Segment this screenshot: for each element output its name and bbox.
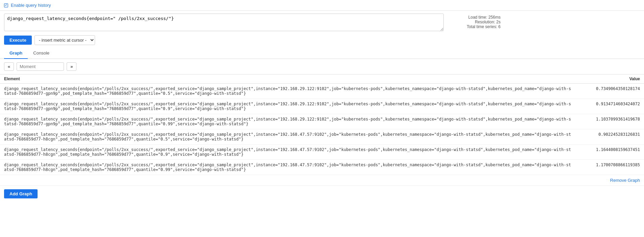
table-row: django_request_latency_seconds{endpoint=… (0, 99, 644, 114)
metric-cell: django_request_latency_seconds{endpoint=… (0, 84, 576, 99)
table-row: django_request_latency_seconds{endpoint=… (0, 160, 644, 175)
remove-graph-link[interactable]: Remove Graph (610, 178, 640, 183)
execute-button[interactable]: Execute (4, 36, 32, 45)
value-cell: 1.1700708866119385 (576, 160, 644, 175)
graph-controls: « » (0, 59, 644, 74)
total-time-series-value: 6 (498, 24, 501, 29)
checkbox-icon (4, 3, 8, 7)
add-graph-button[interactable]: Add Graph (4, 189, 38, 198)
top-bar: Enable query history (0, 0, 644, 11)
metric-cell: django_request_latency_seconds{endpoint=… (0, 114, 576, 129)
info-panel: Load time: 256ms Resolution: 2s Total ti… (446, 14, 501, 29)
metric-cell: django_request_latency_seconds{endpoint=… (0, 129, 576, 145)
query-input[interactable]: django_request_latency_seconds{endpoint=… (4, 14, 444, 31)
value-cell: 0.9134714603424072 (576, 99, 644, 114)
table-row: django_request_latency_seconds{endpoint=… (0, 129, 644, 145)
value-cell: 1.1037099361419678 (576, 114, 644, 129)
total-time-series-info: Total time series: 6 (446, 24, 501, 29)
load-time-info: Load time: 256ms (446, 15, 501, 20)
metric-cell: django_request_latency_seconds{endpoint=… (0, 99, 576, 114)
resolution-value: 2s (496, 20, 501, 24)
query-section: django_request_latency_seconds{endpoint=… (0, 11, 644, 34)
results-container: Element Value django_request_latency_sec… (0, 74, 644, 175)
enable-query-history-label: Enable query history (11, 3, 51, 8)
tab-console[interactable]: Console (28, 48, 55, 59)
value-cell: 1.1644008159637451 (576, 145, 644, 160)
footer-actions: Remove Graph (0, 175, 644, 186)
prev-button[interactable]: « (4, 62, 14, 71)
enable-query-history-link[interactable]: Enable query history (4, 3, 640, 8)
resolution-label: Resolution: (475, 20, 495, 24)
table-row: django_request_latency_seconds{endpoint=… (0, 84, 644, 99)
moment-input[interactable] (17, 62, 64, 71)
col-value: Value (576, 74, 644, 84)
total-time-series-label: Total time series: (467, 24, 497, 29)
tabs: Graph Console (0, 48, 644, 59)
toolbar: Execute - insert metric at cursor - (0, 34, 644, 48)
value-cell: 0.902245283126831 (576, 129, 644, 145)
value-cell: 0.7349064350128174 (576, 84, 644, 99)
col-element: Element (0, 74, 576, 84)
results-table: Element Value django_request_latency_sec… (0, 74, 644, 175)
load-time-value: 256ms (488, 15, 501, 20)
insert-metric-select[interactable]: - insert metric at cursor - (34, 35, 95, 45)
add-graph-section: Add Graph (0, 186, 644, 202)
next-button[interactable]: » (67, 62, 76, 71)
metric-cell: django_request_latency_seconds{endpoint=… (0, 160, 576, 175)
table-row: django_request_latency_seconds{endpoint=… (0, 145, 644, 160)
load-time-label: Load time: (468, 15, 487, 20)
table-row: django_request_latency_seconds{endpoint=… (0, 114, 644, 129)
resolution-info: Resolution: 2s (446, 20, 501, 24)
metric-cell: django_request_latency_seconds{endpoint=… (0, 145, 576, 160)
tab-graph[interactable]: Graph (4, 48, 28, 59)
